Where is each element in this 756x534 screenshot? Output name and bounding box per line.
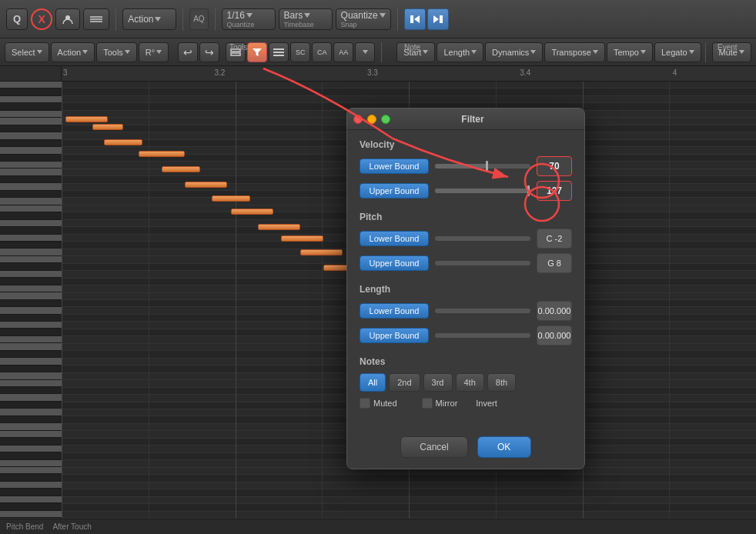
midi-note[interactable] xyxy=(258,224,300,230)
legato-button[interactable]: Legato xyxy=(654,42,701,62)
piano-key[interactable] xyxy=(0,96,62,103)
piano-key[interactable] xyxy=(0,431,62,438)
piano-key[interactable] xyxy=(0,307,62,314)
piano-key[interactable] xyxy=(0,82,62,88)
notes-4th-btn[interactable]: 4th xyxy=(456,373,484,392)
velocity-upper-value[interactable]: 127 xyxy=(537,181,572,201)
dynamics-button[interactable]: Dynamics xyxy=(485,42,543,62)
maximize-button[interactable] xyxy=(381,115,390,124)
piano-key[interactable] xyxy=(0,205,62,212)
minimize-button[interactable] xyxy=(367,115,376,124)
piano-key[interactable] xyxy=(0,183,62,190)
piano-key[interactable] xyxy=(0,409,62,416)
velocity-upper-label[interactable]: Upper Bound xyxy=(360,183,429,199)
piano-key[interactable] xyxy=(0,372,62,379)
midi-note[interactable] xyxy=(300,249,343,255)
piano-key[interactable] xyxy=(0,125,62,132)
piano-key[interactable] xyxy=(0,446,62,452)
muted-checkbox[interactable] xyxy=(360,398,370,409)
midi-note[interactable] xyxy=(281,235,323,242)
timebase-dropdown[interactable]: Bars Timebase xyxy=(279,8,333,30)
tempo-button[interactable]: Tempo xyxy=(607,42,653,62)
tools-button[interactable]: Tools xyxy=(96,42,137,62)
piano-key[interactable] xyxy=(0,155,62,162)
piano-key[interactable] xyxy=(0,111,62,118)
piano-key[interactable] xyxy=(0,322,62,329)
piano-key[interactable] xyxy=(0,452,62,459)
piano-key[interactable] xyxy=(0,256,62,263)
length-lower-slider[interactable] xyxy=(435,309,530,313)
cancel-button[interactable]: Cancel xyxy=(400,436,467,458)
piano-key[interactable] xyxy=(0,343,62,350)
x-button[interactable]: X xyxy=(31,8,52,30)
piano-key[interactable] xyxy=(0,162,62,169)
sc-btn[interactable]: SC xyxy=(290,42,310,62)
filter-dialog[interactable]: Filter Velocity Lower Bound 70 Upper Bou… xyxy=(346,108,585,469)
close-button[interactable] xyxy=(353,115,363,124)
piano-key[interactable] xyxy=(0,387,62,394)
midi-note[interactable] xyxy=(92,124,123,130)
piano-key[interactable] xyxy=(0,198,62,205)
piano-key[interactable] xyxy=(0,88,62,95)
piano-key[interactable] xyxy=(0,482,62,489)
pitch-upper-label[interactable]: Upper Bound xyxy=(360,255,429,271)
length-upper-label[interactable]: Upper Bound xyxy=(360,328,429,343)
piano-key[interactable] xyxy=(0,176,62,183)
list-view-btn[interactable] xyxy=(269,42,289,62)
select-button[interactable]: Select xyxy=(5,42,49,62)
undo-button[interactable]: ↩ xyxy=(178,42,198,62)
q-button[interactable]: Q xyxy=(6,8,28,30)
pitch-upper-value[interactable]: G 8 xyxy=(537,253,572,273)
transport-btn-1[interactable] xyxy=(404,8,426,30)
action-button[interactable]: Action xyxy=(51,42,95,62)
filter-button[interactable] xyxy=(247,42,267,62)
midi-note[interactable] xyxy=(65,116,108,122)
piano-key[interactable] xyxy=(0,118,62,125)
mirror-checkbox[interactable] xyxy=(422,398,433,409)
piano-key[interactable] xyxy=(0,242,62,249)
piano-key[interactable] xyxy=(0,358,62,365)
midi-note[interactable] xyxy=(212,195,250,202)
midi-note[interactable] xyxy=(104,139,142,145)
piano-key[interactable] xyxy=(0,263,62,270)
length-lower-value[interactable]: 0.00.000 xyxy=(537,301,572,321)
piano-key[interactable] xyxy=(0,460,62,467)
midi-icon-button[interactable] xyxy=(83,8,109,30)
notes-3rd-btn[interactable]: 3rd xyxy=(423,373,453,392)
pitch-lower-slider[interactable] xyxy=(435,236,530,241)
piano-key[interactable] xyxy=(0,235,62,242)
piano-key[interactable] xyxy=(0,278,62,285)
piano-key[interactable] xyxy=(0,292,62,299)
midi-note[interactable] xyxy=(231,209,273,215)
transpose-button[interactable]: Transpose xyxy=(544,42,605,62)
piano-key[interactable] xyxy=(0,438,62,445)
piano-key[interactable] xyxy=(0,249,62,255)
piano-key[interactable] xyxy=(0,474,62,481)
tab-pitch-bend[interactable]: Pitch Bend xyxy=(6,522,43,531)
piano-key[interactable] xyxy=(0,402,62,409)
piano-key[interactable] xyxy=(0,489,62,496)
aa-btn[interactable]: AA xyxy=(333,42,353,62)
piano-key[interactable] xyxy=(0,132,62,139)
piano-key[interactable] xyxy=(0,416,62,423)
ok-button[interactable]: OK xyxy=(477,436,531,458)
piano-key[interactable] xyxy=(0,365,62,372)
velocity-lower-label[interactable]: Lower Bound xyxy=(360,159,429,174)
velocity-lower-slider[interactable] xyxy=(435,164,530,169)
snap-dropdown[interactable]: Quantize Snap xyxy=(336,8,391,30)
r0-button[interactable]: R° xyxy=(139,42,169,62)
start-button[interactable]: Start xyxy=(396,42,435,62)
note-layout-btn[interactable] xyxy=(226,42,246,62)
piano-key[interactable] xyxy=(0,220,62,227)
piano-key[interactable] xyxy=(0,271,62,278)
notes-8th-btn[interactable]: 8th xyxy=(487,373,516,392)
piano-key[interactable] xyxy=(0,300,62,307)
piano-key[interactable] xyxy=(0,329,62,335)
piano-key[interactable] xyxy=(0,394,62,401)
piano-key[interactable] xyxy=(0,227,62,234)
transport-btn-2[interactable] xyxy=(427,8,449,30)
tab-after-touch[interactable]: After Touch xyxy=(52,522,91,531)
pitch-lower-label[interactable]: Lower Bound xyxy=(360,231,429,246)
quantize-dropdown[interactable]: 1/16 Quantize xyxy=(222,8,276,30)
velocity-upper-slider[interactable] xyxy=(435,189,530,193)
